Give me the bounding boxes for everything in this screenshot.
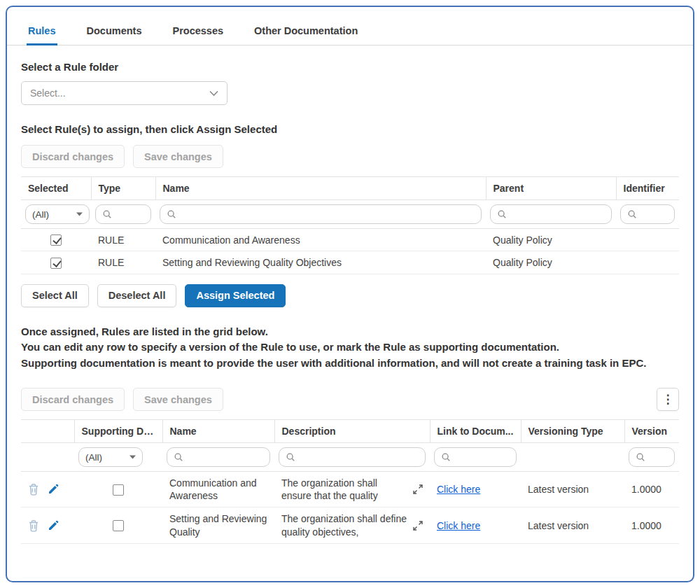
rule-folder-label: Select a Rule folder (21, 61, 679, 73)
column-header-selected[interactable]: Selected (21, 177, 91, 200)
discard-changes-button[interactable]: Discard changes (21, 145, 125, 168)
grid-header-row: Supporting Do... Name Description Link t… (21, 420, 679, 443)
cell-parent: Quality Policy (486, 229, 616, 251)
caret-down-icon (76, 212, 83, 216)
column-header-version[interactable]: Version (624, 420, 679, 443)
grid-filter-row: (All) (21, 200, 679, 229)
type-filter-input[interactable] (116, 209, 144, 220)
table-row: Communication and Awareness The organiza… (21, 472, 679, 507)
identifier-filter-input[interactable] (641, 209, 668, 220)
link-filter (434, 447, 517, 467)
edit-pencil-icon[interactable] (48, 484, 59, 495)
rule-folder-select[interactable]: Select... (21, 81, 227, 105)
version-filter-input[interactable] (650, 452, 668, 463)
discard-changes-button-2[interactable]: Discard changes (21, 388, 125, 411)
cell-name: Communication and Awareness (162, 472, 274, 507)
cell-versioning-type: Latest version (521, 472, 624, 507)
version-filter (629, 447, 675, 467)
description-filter-input[interactable] (300, 452, 419, 463)
cell-type: RULE (91, 229, 155, 251)
type-filter (95, 204, 151, 224)
document-link[interactable]: Click here (437, 484, 480, 495)
tab-documents[interactable]: Documents (85, 21, 144, 45)
delete-icon[interactable] (28, 483, 39, 496)
grid-menu-button[interactable]: ⋮ (657, 388, 679, 411)
info-line-1: Once assigned, Rules are listed in the g… (21, 324, 672, 340)
cell-versioning-type: Latest version (521, 507, 624, 543)
column-header-name[interactable]: Name (155, 177, 486, 200)
delete-icon[interactable] (28, 519, 39, 532)
save-changes-button[interactable]: Save changes (133, 145, 223, 168)
row-selected-checkbox[interactable] (50, 258, 62, 269)
column-header-type[interactable]: Type (91, 177, 155, 200)
search-icon (174, 452, 183, 462)
row-selected-checkbox[interactable] (50, 234, 62, 246)
name-filter-input[interactable] (181, 209, 475, 220)
caret-down-icon (130, 455, 136, 459)
cell-version: 1.0000 (624, 472, 679, 507)
cell-name: Setting and Reviewing Quality Objectives (155, 251, 486, 274)
name-filter-input[interactable] (188, 452, 263, 463)
cell-identifier (616, 251, 679, 274)
assign-instruction-label: Select Rule(s) to assign, then click Ass… (21, 123, 679, 135)
table-row: Setting and Reviewing Quality The organi… (21, 507, 679, 543)
supporting-doc-checkbox[interactable] (113, 484, 124, 496)
cell-description: The organization shall define quality ob… (281, 512, 409, 538)
tab-other-documentation[interactable]: Other Documentation (253, 21, 359, 45)
search-icon (497, 209, 507, 219)
supporting-doc-checkbox[interactable] (113, 520, 124, 531)
cell-description: The organization shall ensure that the q… (281, 477, 409, 502)
cell-name: Setting and Reviewing Quality (162, 507, 274, 543)
table-row: RULE Setting and Reviewing Quality Objec… (21, 251, 679, 274)
column-header-description[interactable]: Description (274, 420, 430, 443)
info-line-3: Supporting documentation is meant to pro… (21, 356, 672, 372)
selected-filter-dropdown[interactable]: (All) (25, 204, 90, 224)
search-icon (102, 209, 112, 219)
column-header-link[interactable]: Link to Docum... (430, 420, 521, 443)
supporting-filter-value: (All) (85, 452, 102, 463)
identifier-filter (620, 204, 675, 224)
expand-description-icon[interactable] (413, 521, 423, 531)
assigned-grid-toolbar: Discard changes Save changes ⋮ (21, 388, 679, 411)
search-icon (167, 209, 176, 219)
cell-version: 1.0000 (624, 507, 679, 543)
rules-to-assign-grid: Selected Type Name Parent Identifier (Al… (21, 176, 679, 274)
cell-identifier (616, 229, 679, 251)
selected-filter-value: (All) (32, 209, 49, 220)
save-changes-button-2[interactable]: Save changes (133, 388, 223, 411)
name-filter (167, 447, 270, 467)
document-link[interactable]: Click here (437, 520, 480, 531)
search-icon (636, 452, 645, 462)
link-filter-input[interactable] (455, 452, 510, 463)
edit-pencil-icon[interactable] (48, 520, 59, 531)
search-icon (286, 452, 295, 462)
search-icon (627, 209, 637, 219)
column-header-actions (21, 420, 74, 443)
column-header-parent[interactable]: Parent (486, 177, 616, 200)
parent-filter (490, 204, 612, 224)
name-filter (160, 204, 482, 224)
tab-bar: Rules Documents Processes Other Document… (7, 15, 693, 46)
tab-processes[interactable]: Processes (171, 21, 225, 45)
expand-description-icon[interactable] (413, 484, 423, 494)
search-icon (441, 452, 451, 462)
selection-actions: Select All Deselect All Assign Selected (21, 284, 679, 307)
column-header-identifier[interactable]: Identifier (616, 177, 679, 200)
parent-filter-input[interactable] (511, 209, 605, 220)
column-header-name[interactable]: Name (162, 420, 274, 443)
grid-header-row: Selected Type Name Parent Identifier (21, 177, 679, 200)
column-header-versioning-type[interactable]: Versioning Type (521, 420, 624, 443)
supporting-filter-dropdown[interactable]: (All) (78, 447, 143, 467)
kebab-menu-icon: ⋮ (662, 393, 674, 406)
cell-parent: Quality Policy (486, 251, 616, 274)
column-header-supporting-doc[interactable]: Supporting Do... (74, 420, 162, 443)
assign-rules-dialog: Rules Documents Processes Other Document… (6, 6, 694, 582)
select-all-button[interactable]: Select All (21, 284, 89, 307)
grid-filter-row: (All) (21, 443, 679, 472)
deselect-all-button[interactable]: Deselect All (97, 284, 177, 307)
assignment-info-text: Once assigned, Rules are listed in the g… (21, 324, 672, 372)
description-filter (279, 447, 426, 467)
chevron-down-icon (209, 90, 218, 97)
assign-selected-button[interactable]: Assign Selected (185, 284, 286, 307)
tab-rules[interactable]: Rules (27, 21, 57, 46)
